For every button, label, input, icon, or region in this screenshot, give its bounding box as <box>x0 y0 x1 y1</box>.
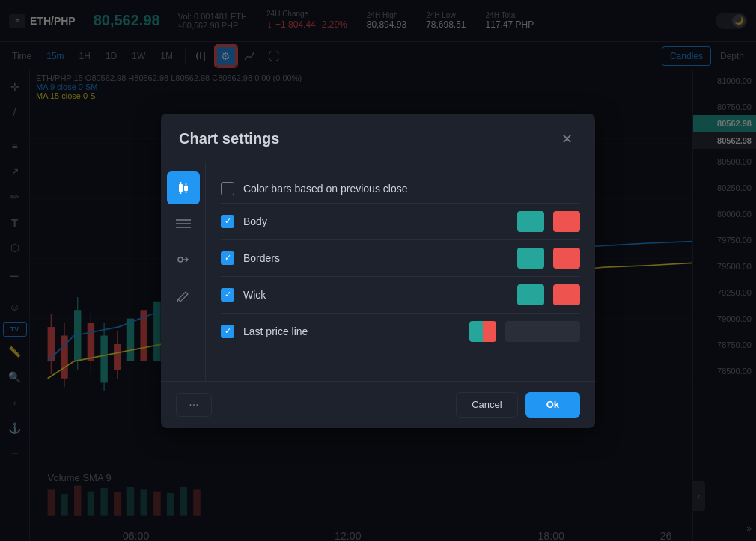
last-price-line-style[interactable] <box>505 321 580 342</box>
last-price-label: Last price line <box>243 325 460 337</box>
svg-rect-51 <box>179 184 183 192</box>
ok-button[interactable]: Ok <box>525 392 580 418</box>
last-price-color-right <box>483 321 496 342</box>
color-bars-label: Color bars based on previous close <box>243 183 580 195</box>
wick-color-green[interactable] <box>517 284 544 305</box>
checkbox-color-bars[interactable] <box>221 182 234 195</box>
svg-point-60 <box>178 257 183 262</box>
wick-label: Wick <box>243 289 508 301</box>
modal-close-btn[interactable]: ✕ <box>556 129 577 150</box>
chart-settings-modal: Chart settings ✕ <box>161 114 595 428</box>
more-options-btn[interactable]: ··· <box>176 393 212 417</box>
modal-side-nav <box>161 162 206 381</box>
modal-nav-pencil[interactable] <box>167 279 200 312</box>
borders-color-green[interactable] <box>517 248 544 269</box>
row-wick: ✓ Wick <box>221 276 580 313</box>
last-price-color-split[interactable] <box>469 321 496 342</box>
checkbox-borders[interactable]: ✓ <box>221 251 234 265</box>
modal-title: Chart settings <box>179 130 279 147</box>
row-color-bars: Color bars based on previous close <box>221 174 580 203</box>
body-label: Body <box>243 216 508 227</box>
cancel-button[interactable]: Cancel <box>456 392 517 418</box>
borders-color-red[interactable] <box>553 248 580 269</box>
modal-footer: ··· Cancel Ok <box>161 381 595 428</box>
modal-body: Color bars based on previous close ✓ Bod… <box>161 162 595 381</box>
body-color-red[interactable] <box>553 211 580 232</box>
modal-header: Chart settings ✕ <box>161 114 595 162</box>
body-color-green[interactable] <box>517 211 544 232</box>
checkbox-wick[interactable]: ✓ <box>221 288 234 302</box>
modal-content: Color bars based on previous close ✓ Bod… <box>206 162 595 381</box>
footer-actions: Cancel Ok <box>456 392 580 418</box>
checkbox-last-price[interactable]: ✓ <box>221 325 234 338</box>
row-borders: ✓ Borders <box>221 239 580 276</box>
row-last-price: ✓ Last price line <box>221 313 580 349</box>
checkbox-body[interactable]: ✓ <box>221 215 234 228</box>
modal-nav-arrow[interactable] <box>167 243 200 276</box>
row-body: ✓ Body <box>221 203 580 239</box>
modal-overlay: Chart settings ✕ <box>0 0 756 541</box>
modal-nav-candle[interactable] <box>167 171 200 204</box>
svg-rect-54 <box>184 186 188 191</box>
modal-nav-lines[interactable] <box>167 207 200 240</box>
wick-color-red[interactable] <box>553 284 580 305</box>
svg-line-62 <box>177 299 178 302</box>
borders-label: Borders <box>243 252 508 264</box>
last-price-color-left <box>469 321 483 342</box>
